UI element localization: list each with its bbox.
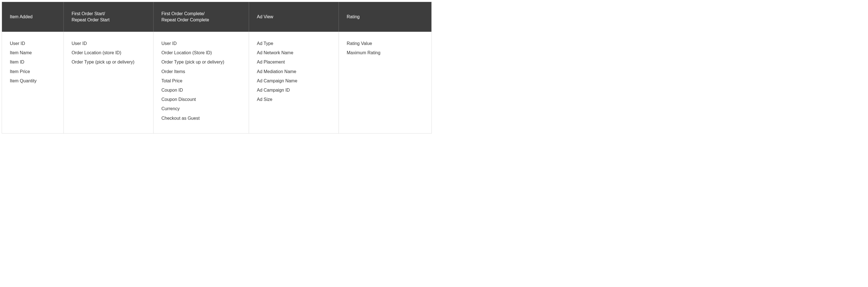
list-item: Order Type (pick up or delivery): [71, 59, 146, 65]
table-cell: User ID Order Location (Store ID) Order …: [154, 32, 249, 133]
list-item: User ID: [10, 41, 56, 46]
list-item: Currency: [161, 106, 241, 111]
list-item: Ad Type: [257, 41, 331, 46]
list-item: Order Location (Store ID): [161, 50, 241, 55]
list-item: Ad Size: [257, 97, 331, 102]
header-line: First Order Complete/: [161, 11, 241, 17]
list-item: Order Type (pick up or delivery): [161, 59, 241, 65]
list-item: Total Price: [161, 78, 241, 84]
list-item: Ad Campaign Name: [257, 78, 331, 84]
list-item: Maximum Rating: [347, 50, 424, 55]
list-item: Ad Placement: [257, 59, 331, 65]
table-header: First Order Complete/ Repeat Order Compl…: [154, 2, 249, 32]
list-item: Coupon ID: [161, 87, 241, 93]
header-line: Ad View: [257, 14, 331, 20]
table-cell: Rating Value Maximum Rating: [339, 32, 432, 133]
list-item: Item Name: [10, 50, 56, 55]
table-header: Item Added: [2, 2, 64, 32]
table-header: Rating: [339, 2, 432, 32]
list-item: Ad Network Name: [257, 50, 331, 55]
header-line: First Order Start/: [71, 11, 146, 17]
event-table: Item Added First Order Start/ Repeat Ord…: [2, 2, 432, 134]
list-item: Item Price: [10, 69, 56, 74]
list-item: Order Location (store ID): [71, 50, 146, 55]
header-line: Item Added: [10, 14, 56, 20]
list-item: Item Quantity: [10, 78, 56, 84]
list-item: User ID: [71, 41, 146, 46]
table-cell: Ad Type Ad Network Name Ad Placement Ad …: [249, 32, 339, 133]
table-cell: User ID Item Name Item ID Item Price Ite…: [2, 32, 64, 133]
list-item: Ad Campaign ID: [257, 87, 331, 93]
table-cell: User ID Order Location (store ID) Order …: [64, 32, 154, 133]
list-item: User ID: [161, 41, 241, 46]
list-item: Order Items: [161, 69, 241, 74]
list-item: Coupon Discount: [161, 97, 241, 102]
list-item: Item ID: [10, 59, 56, 65]
list-item: Checkout as Guest: [161, 116, 241, 121]
list-item: Rating Value: [347, 41, 424, 46]
header-line: Repeat Order Complete: [161, 17, 241, 23]
table-header: First Order Start/ Repeat Order Start: [64, 2, 154, 32]
header-line: Rating: [347, 14, 423, 20]
header-line: Repeat Order Start: [71, 17, 146, 23]
list-item: Ad Mediation Name: [257, 69, 331, 74]
table-header: Ad View: [249, 2, 339, 32]
